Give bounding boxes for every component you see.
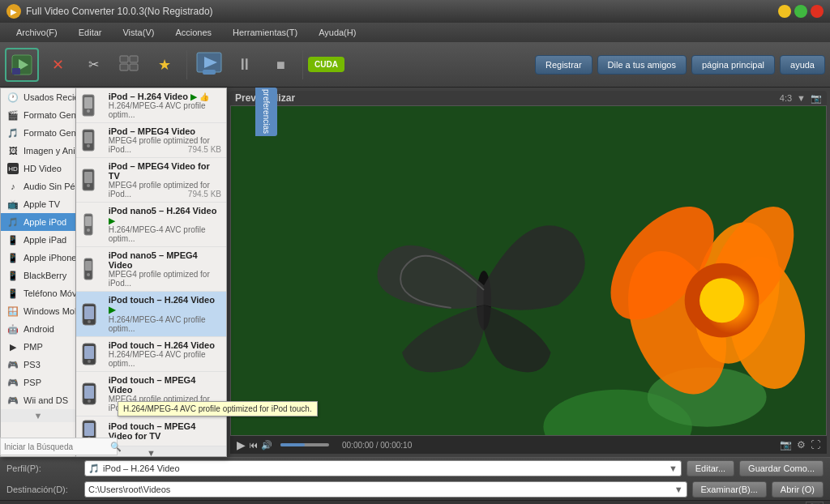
convert-button[interactable] <box>192 48 226 82</box>
svg-point-30 <box>88 360 91 363</box>
open-button[interactable]: Abrir (O) <box>772 481 824 498</box>
titlebar: ▶ Full Video Converter 10.0.3(No Registr… <box>0 0 830 23</box>
fmt-ipod-nano5-h264-text: iPod nano5 – H.264 Video ▶ H.264/MPEG-4 … <box>109 206 221 243</box>
cat-android[interactable]: 🤖 Android <box>1 320 75 338</box>
svg-rect-9 <box>203 70 216 75</box>
pmp-icon: ▶ <box>7 341 19 352</box>
cat-ps3[interactable]: 🎮 PS3 <box>1 356 75 374</box>
snapshot-btn[interactable]: 📷 <box>780 439 792 451</box>
stop-button[interactable]: ⏹ <box>263 48 297 82</box>
minimize-button[interactable] <box>778 5 791 18</box>
cat-apple-ipod[interactable]: 🎵 Apple iPod <box>1 213 75 231</box>
remove-button[interactable]: ✕ <box>41 48 75 82</box>
cat-general-video[interactable]: 🎬 Formato General de V... <box>1 106 75 124</box>
ipod-touch-h264-sel-icon <box>81 303 104 326</box>
aspect-dropdown-icon[interactable]: ▼ <box>797 93 806 103</box>
cat-psp[interactable]: 🎮 PSP <box>1 374 75 391</box>
fmt-ipod-h264[interactable]: iPod – H.264 Video ▶ 👍 H.264/MPEG-4 AVC … <box>76 88 226 123</box>
fmt-ipod-touch-h264-selected[interactable]: iPod touch – H.264 Video ▶ H.264/MPEG-4 … <box>76 292 226 337</box>
scroll-down-arrow[interactable]: ▼ <box>1 409 75 422</box>
help-button[interactable]: ayuda <box>780 55 825 75</box>
cat-hd-video[interactable]: HD HD Video <box>1 160 75 177</box>
cat-mobile-phone[interactable]: 📱 Teléfono Móvil <box>1 284 75 302</box>
preview-right-controls: 📷 ⚙ ⛶ <box>780 439 820 451</box>
bottom-bar: Perfil(P): 🎵 iPod – H.264 Video ▼ Editar… <box>0 457 830 500</box>
svg-point-21 <box>87 229 90 232</box>
search-box[interactable]: 🔍 <box>0 438 76 455</box>
appletv-icon: 📺 <box>7 199 19 210</box>
cat-apple-tv[interactable]: 📺 Apple TV <box>1 195 75 213</box>
profile-dropdown[interactable]: 🎵 iPod – H.264 Video ▼ <box>84 460 682 476</box>
homepage-button[interactable]: página principal <box>691 55 775 75</box>
profile-row: Perfil(P): 🎵 iPod – H.264 Video ▼ Editar… <box>0 458 830 479</box>
fmt-ipod-mpeg4-tv[interactable]: iPod – MPEG4 Video for TV MPEG4 profile … <box>76 158 226 203</box>
cat-pmp[interactable]: ▶ PMP <box>1 338 75 356</box>
fmt-ipod-nano5-mpeg4-text: iPod nano5 – MPEG4 Video MPEG4 profile o… <box>109 250 221 288</box>
svg-rect-35 <box>84 423 94 436</box>
time-display: 00:00:00 / 00:00:10 <box>342 441 412 450</box>
play-button[interactable]: ▶ <box>237 438 246 451</box>
cat-windows-mobile[interactable]: 🪟 Windows Mobile <box>1 302 75 320</box>
preview-bottom-controls: ▶ ⏮ 🔊 00:00:00 / 00:00:10 📷 ⚙ ⛶ <box>230 436 827 454</box>
browse-button[interactable]: Examinar(B)... <box>692 481 767 498</box>
volume-slider[interactable] <box>280 443 329 446</box>
fmt-ipod-mpeg4-text: iPod – MPEG4 Video MPEG4 profile optimiz… <box>109 126 221 154</box>
snapshot-icon[interactable]: 📷 <box>811 93 822 104</box>
fmt-ipod-mpeg4[interactable]: iPod – MPEG4 Video MPEG4 profile optimiz… <box>76 123 226 158</box>
menu-editar[interactable]: Editar <box>69 26 112 39</box>
ipod-nano5-mpeg4-icon <box>81 258 104 280</box>
menu-acciones[interactable]: Acciones <box>165 26 221 39</box>
format-menu[interactable]: iPod – H.264 Video ▶ 👍 H.264/MPEG-4 AVC … <box>76 88 227 457</box>
close-button[interactable] <box>811 5 824 18</box>
search-input[interactable] <box>4 442 76 451</box>
save-as-button[interactable]: Guardar Como... <box>739 460 824 476</box>
menu-vista[interactable]: Vista(V) <box>113 26 164 39</box>
menu-herramientas[interactable]: Herramientas(T) <box>223 26 307 39</box>
lossless-icon: ♪ <box>7 181 19 192</box>
cat-apple-ipad[interactable]: 📱 Apple iPad <box>1 231 75 249</box>
fmt-ipod-nano5-mpeg4[interactable]: iPod nano5 – MPEG4 Video MPEG4 profile o… <box>76 247 226 292</box>
destination-label: Destinación(D): <box>6 485 79 494</box>
svg-rect-23 <box>85 261 92 271</box>
register-button[interactable]: Registrar <box>535 55 593 75</box>
toolbar-right-buttons: Registrar Dile a tus amigos página princ… <box>535 55 825 75</box>
fmt-ipod-mpeg4tv-text: iPod – MPEG4 Video for TV MPEG4 profile … <box>109 161 221 199</box>
svg-rect-11 <box>84 97 92 109</box>
svg-point-24 <box>87 273 90 276</box>
cat-lossless-audio[interactable]: ♪ Audio Sin Pérdida <box>1 177 75 195</box>
expand-btn[interactable]: ⛶ <box>811 439 820 451</box>
maximize-button[interactable] <box>794 5 807 18</box>
svg-rect-20 <box>85 216 92 226</box>
fmt-ipod-nano5-h264[interactable]: iPod nano5 – H.264 Video ▶ H.264/MPEG-4 … <box>76 203 226 247</box>
settings-btn[interactable]: ⚙ <box>797 439 806 451</box>
cuda-button[interactable]: CUDA <box>308 57 344 72</box>
menu-ayuda[interactable]: Ayuda(H) <box>309 26 366 39</box>
svg-rect-6 <box>130 64 138 70</box>
profile-dropdown-arrow: ▼ <box>669 463 678 473</box>
cat-wii-ds[interactable]: 🎮 Wii and DS <box>1 391 75 409</box>
cat-blackberry[interactable]: 📱 BlackBerry <box>1 267 75 284</box>
add-video-button[interactable] <box>5 48 39 82</box>
destination-row: Destinación(D): C:\Users\root\Videos ▼ E… <box>0 479 830 500</box>
svg-rect-2 <box>12 68 20 75</box>
cut-button[interactable]: ✂ <box>76 48 110 82</box>
destination-dropdown[interactable]: C:\Users\root\Videos ▼ <box>84 481 687 498</box>
rewind-button[interactable]: ⏮ <box>249 440 258 450</box>
cat-recent[interactable]: 🕐 Usados Recientemente <box>1 88 75 106</box>
edit-button[interactable]: Editar... <box>687 460 734 476</box>
cat-apple-iphone[interactable]: 📱 Apple iPhone <box>1 249 75 267</box>
cat-image-anime[interactable]: 🖼 Imagen y Anime <box>1 142 75 160</box>
favorites-button[interactable]: ★ <box>148 48 182 82</box>
category-menu[interactable]: 🕐 Usados Recientemente 🎬 Formato General… <box>0 88 76 457</box>
fmt-ipod-touch-h264-2[interactable]: iPod touch – H.264 Video H.264/MPEG-4 AV… <box>76 337 226 372</box>
cat-general-audio[interactable]: 🎵 Formato General de A... <box>1 124 75 142</box>
share-button[interactable]: Dile a tus amigos <box>597 55 687 75</box>
pause-button[interactable]: ⏸ <box>228 48 262 82</box>
status-bar: 1 ítem(es) seleccionado(s). | C:\Users\P… <box>0 500 830 504</box>
svg-rect-4 <box>130 56 138 62</box>
merge-button[interactable] <box>112 48 146 82</box>
preview-controls: 4:3 ▼ 📷 <box>780 93 822 104</box>
menu-archivo[interactable]: Archivo(F) <box>6 26 67 39</box>
fmt-ipod-touch-mpeg4tv-text: iPod touch – MPEG4 Video for TV <box>109 421 221 441</box>
toolbar-separator-1 <box>186 50 187 79</box>
